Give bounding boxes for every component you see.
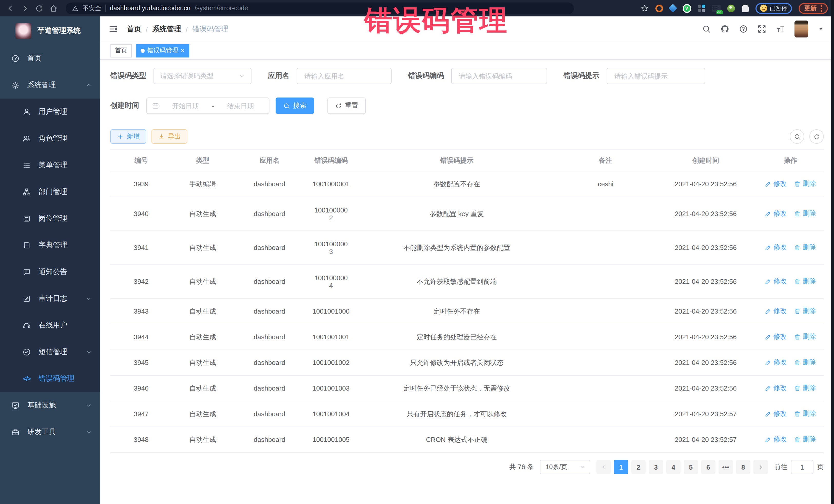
page-button-6[interactable]: 6 (701, 460, 716, 474)
hamburger-icon[interactable] (108, 24, 118, 34)
extension-gem-icon[interactable] (668, 4, 677, 13)
edit-link[interactable]: 修改 (765, 358, 787, 367)
delete-link[interactable]: 删除 (794, 332, 816, 342)
bookmark-star-icon[interactable] (640, 4, 649, 12)
search-button[interactable]: 搜索 (276, 97, 314, 114)
app-logo[interactable]: 芋道管理系统 (0, 17, 100, 45)
sidebar-item-菜单管理[interactable]: 菜单管理 (0, 152, 100, 179)
cell-type: 手动编辑 (172, 171, 234, 197)
sidebar-item-label: 研发工具 (27, 428, 56, 437)
sidebar-item-在线用户[interactable]: 在线用户 (0, 312, 100, 339)
edit-link[interactable]: 修改 (765, 277, 787, 286)
start-date-input[interactable] (162, 101, 209, 110)
delete-link[interactable]: 删除 (794, 179, 816, 189)
sidebar-item-错误码管理[interactable]: </>错误码管理 (0, 366, 100, 392)
error-code-input[interactable] (458, 72, 541, 80)
delete-label: 删除 (803, 243, 816, 252)
extension-key-icon[interactable] (727, 4, 735, 12)
edit-icon (765, 385, 771, 392)
github-icon[interactable] (721, 25, 729, 34)
sidebar-item-短信管理[interactable]: 短信管理 (0, 339, 100, 366)
tab-home[interactable]: 首页 (110, 44, 132, 57)
sidebar-item-通知公告[interactable]: 通知公告 (0, 259, 100, 285)
date-range-picker[interactable]: - (146, 97, 269, 114)
page-button-8[interactable]: 8 (736, 460, 750, 474)
forward-icon[interactable] (21, 4, 29, 13)
edit-link[interactable]: 修改 (765, 307, 787, 316)
end-date-input[interactable] (217, 101, 264, 110)
extension-orange-icon[interactable] (655, 4, 663, 12)
delete-link[interactable]: 删除 (794, 409, 816, 419)
sidebar-item-岗位管理[interactable]: 岗位管理 (0, 205, 100, 232)
edit-link[interactable]: 修改 (765, 209, 787, 218)
edit-link[interactable]: 修改 (765, 384, 787, 393)
reload-icon[interactable] (35, 4, 44, 13)
sidebar-item-审计日志[interactable]: 审计日志 (0, 285, 100, 312)
address-bar[interactable]: 不安全 dashboard.yudao.iocoder.cn/system/er… (66, 2, 574, 14)
toggle-search-button[interactable] (790, 129, 804, 144)
edit-link[interactable]: 修改 (765, 435, 787, 444)
sidebar-item-部门管理[interactable]: 部门管理 (0, 179, 100, 205)
prev-page-button[interactable] (596, 460, 611, 474)
reset-button[interactable]: 重置 (327, 97, 366, 114)
page-scrollbar[interactable] (831, 0, 834, 504)
extension-switch-icon[interactable]: on (711, 5, 720, 12)
page-size-select[interactable]: 10条/页 (540, 460, 590, 474)
sidebar-item-label: 菜单管理 (39, 161, 67, 170)
error-type-select[interactable]: 请选择错误码类型 (153, 68, 251, 84)
delete-link[interactable]: 删除 (794, 384, 816, 393)
delete-link[interactable]: 删除 (794, 277, 816, 286)
cell-code: 1001001003 (305, 375, 357, 401)
search-icon[interactable] (702, 25, 711, 34)
tab-error-code[interactable]: 错误码管理 × (136, 44, 189, 57)
sidebar-item-角色管理[interactable]: 角色管理 (0, 125, 100, 152)
sidebar-item-首页[interactable]: 首页 (0, 45, 100, 72)
paused-extension-chip[interactable]: 已暂停 (755, 3, 792, 14)
edit-link[interactable]: 修改 (765, 179, 787, 189)
delete-link[interactable]: 删除 (794, 209, 816, 218)
avatar-caret-icon[interactable] (818, 26, 824, 32)
page-button-3[interactable]: 3 (649, 460, 663, 474)
cell-hint: CRON 表达式不正确 (357, 427, 557, 453)
fullscreen-icon[interactable] (758, 25, 766, 34)
font-size-icon[interactable] (776, 25, 785, 34)
edit-link[interactable]: 修改 (765, 332, 787, 342)
export-button[interactable]: 导出 (151, 129, 187, 144)
filter-row-2: 创建时间 - 搜索 重置 (110, 97, 824, 114)
menu-list-icon (23, 161, 31, 169)
breadcrumb-home[interactable]: 首页 (127, 24, 141, 34)
page-button-1[interactable]: 1 (614, 460, 628, 474)
edit-link[interactable]: 修改 (765, 409, 787, 419)
sidebar-item-字典管理[interactable]: 字典管理 (0, 232, 100, 259)
user-avatar[interactable] (794, 21, 808, 38)
extension-grid-icon[interactable] (698, 5, 705, 12)
sidebar-item-用户管理[interactable]: 用户管理 (0, 98, 100, 125)
delete-link[interactable]: 删除 (794, 243, 816, 252)
back-icon[interactable] (6, 4, 15, 13)
refresh-table-button[interactable] (809, 129, 824, 144)
goto-page-input[interactable] (794, 463, 810, 472)
app-name-input[interactable] (303, 72, 385, 80)
edit-link[interactable]: 修改 (765, 243, 787, 252)
help-icon[interactable] (739, 25, 748, 34)
delete-link[interactable]: 删除 (794, 358, 816, 367)
delete-link[interactable]: 删除 (794, 307, 816, 316)
tab-close-icon[interactable]: × (181, 47, 184, 54)
table-row: 3944自动生成dashboard1001001001定时任务的处理器已经存在2… (110, 324, 824, 350)
add-button[interactable]: 新增 (110, 129, 146, 144)
sidebar-item-基础设施[interactable]: 基础设施 (0, 392, 100, 419)
home-icon[interactable] (49, 4, 58, 13)
vue-devtools-icon[interactable]: V (682, 4, 691, 13)
page-button-4[interactable]: 4 (666, 460, 681, 474)
browser-update-button[interactable]: 更新 (798, 3, 828, 14)
breadcrumb-system[interactable]: 系统管理 (152, 24, 181, 34)
sidebar-item-系统管理[interactable]: 系统管理 (0, 72, 100, 98)
error-hint-input[interactable] (613, 72, 699, 80)
page-button-2[interactable]: 2 (631, 460, 646, 474)
delete-link[interactable]: 删除 (794, 435, 816, 444)
page-button-5[interactable]: 5 (684, 460, 698, 474)
extension-ghost-icon[interactable] (741, 4, 749, 12)
more-pages-button[interactable]: ••• (719, 460, 733, 474)
sidebar-item-研发工具[interactable]: 研发工具 (0, 419, 100, 445)
next-page-button[interactable] (753, 460, 768, 474)
